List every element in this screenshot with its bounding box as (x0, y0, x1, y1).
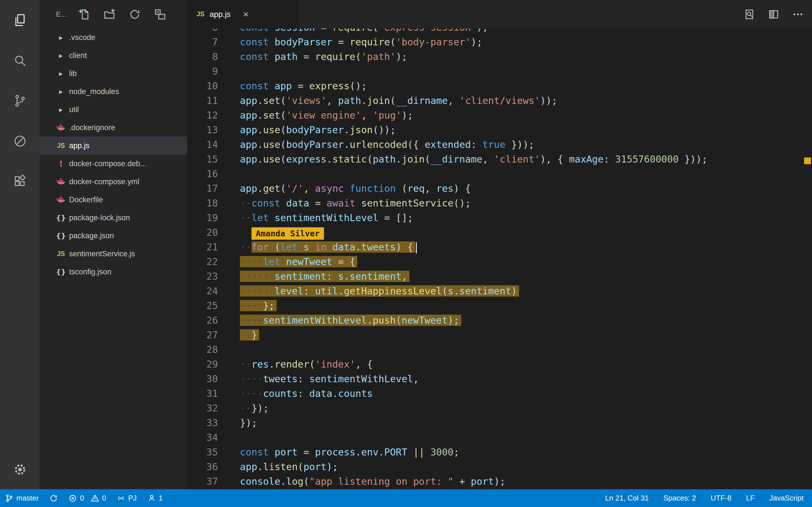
search-document-icon[interactable] (744, 9, 755, 20)
search-icon[interactable] (0, 40, 40, 80)
files-icon[interactable] (0, 0, 40, 40)
code-line[interactable]: 7const bodyParser = require('body-parser… (187, 35, 812, 49)
code-line[interactable]: 15app.use(express.static(path.join(__dir… (187, 152, 812, 166)
code-line[interactable]: 27··} (187, 328, 812, 342)
file-tree-item[interactable]: .dockerignore (40, 119, 187, 136)
file-tree-item[interactable]: {}package.json (40, 227, 187, 245)
code-line[interactable]: 25····}; (187, 298, 812, 313)
file-name: .dockerignore (69, 123, 115, 132)
file-name: util (69, 105, 79, 114)
sync-status[interactable] (49, 494, 58, 503)
file-tree-item[interactable]: ▸client (40, 47, 187, 64)
code-line[interactable]: 31····counts: data.counts (187, 386, 812, 401)
indentation-setting[interactable]: Spaces: 2 (663, 494, 696, 503)
code-line[interactable]: 17app.get('/', async function (req, res)… (187, 181, 812, 196)
eol-setting[interactable]: LF (746, 494, 755, 503)
file-name: docker-compose.deb... (69, 159, 147, 168)
code-line[interactable]: 36app.listen(port); (187, 459, 812, 474)
file-tree-item[interactable]: JSsentimentService.js (40, 245, 187, 263)
line-number: 26 (187, 313, 218, 328)
code-text: ····sentimentWithLevel.push(newTweet); (240, 313, 461, 328)
git-branch-status[interactable]: master (5, 494, 39, 503)
new-file-icon[interactable] (78, 8, 90, 20)
tab-app-js[interactable]: JS app.js × (187, 0, 299, 29)
cursor-position[interactable]: Ln 21, Col 31 (605, 494, 649, 503)
code-text: app.use(bodyParser.json()); (240, 122, 396, 137)
file-tree-item[interactable]: ▸lib (40, 64, 187, 82)
language-mode[interactable]: JavaScript (769, 494, 804, 503)
file-tree-item[interactable]: ▸util (40, 101, 187, 119)
problems-status[interactable]: 0 0 (68, 494, 106, 503)
chevron-icon: ▸ (54, 69, 67, 78)
code-line[interactable]: 32··}); (187, 401, 812, 415)
code-line[interactable]: 14app.use(bodyParser.urlencoded({ extend… (187, 137, 812, 152)
code-line[interactable]: 19··let sentimentWithLevel = []; (187, 210, 812, 225)
file-tree-item[interactable]: {}tsconfig.json (40, 263, 187, 281)
code-text: ··for (let s in data.tweets) { (240, 240, 417, 255)
code-line[interactable]: 8const path = require('path'); (187, 49, 812, 64)
line-number: 29 (187, 357, 218, 372)
line-number: 25 (187, 298, 218, 313)
close-icon[interactable]: × (243, 9, 249, 20)
live-share-session[interactable]: PJ (117, 494, 137, 503)
code-text: ····}; (240, 298, 276, 313)
session-name: PJ (128, 494, 137, 503)
code-line[interactable]: 10const app = express(); (187, 78, 812, 93)
participant-selection-highlight: ······level: util.getHappinessLevel(s.se… (240, 285, 519, 297)
code-line[interactable]: 34 (187, 430, 812, 445)
code-line[interactable]: 21··for (let s in data.tweets) { (187, 240, 812, 255)
new-folder-icon[interactable] (103, 8, 115, 20)
settings-gear-icon[interactable] (13, 462, 27, 476)
extensions-icon[interactable] (0, 161, 40, 202)
code-line[interactable]: 18··const data = await sentimentService(… (187, 196, 812, 210)
line-number: 30 (187, 372, 218, 386)
more-actions-icon[interactable] (792, 9, 804, 20)
encoding-setting[interactable]: UTF-8 (711, 494, 732, 503)
code-line[interactable]: 29··res.render('index', { (187, 357, 812, 372)
docker-icon (54, 124, 67, 131)
code-line[interactable]: 30····tweets: sentimentWithLevel, (187, 372, 812, 386)
code-text: app.use(express.static(path.join(__dirna… (240, 152, 707, 166)
code-line[interactable]: 20Amanda Silver (187, 225, 812, 240)
file-tree-item[interactable]: JSapp.js (40, 136, 187, 155)
code-line[interactable]: 28 (187, 342, 812, 357)
refresh-explorer-icon[interactable] (129, 8, 141, 20)
file-tree-item[interactable]: ▸node_modules (40, 82, 187, 101)
json-icon: {} (54, 214, 67, 222)
js-icon: JS (54, 250, 67, 258)
code-line[interactable]: 26····sentimentWithLevel.push(newTweet); (187, 313, 812, 328)
code-line[interactable]: 33}); (187, 415, 812, 430)
source-control-icon[interactable] (0, 80, 40, 121)
code-line[interactable]: 9 (187, 64, 812, 78)
split-editor-icon[interactable] (768, 9, 779, 20)
code-text: ····counts: data.counts (240, 386, 373, 401)
code-line[interactable]: 22····let newTweet = { (187, 255, 812, 269)
code-line[interactable]: 13app.use(bodyParser.json()); (187, 122, 812, 137)
participants-status[interactable]: 1 (147, 494, 163, 503)
overview-ruler-marker[interactable] (804, 158, 811, 164)
code-text: const bodyParser = require('body-parser'… (240, 35, 483, 49)
code-line[interactable]: 6const session = require('express-sessio… (187, 29, 812, 35)
line-number: 10 (187, 78, 218, 93)
code-line[interactable]: 24······level: util.getHappinessLevel(s.… (187, 284, 812, 298)
file-tree-item[interactable]: {}package-lock.json (40, 209, 187, 227)
file-tree-item[interactable]: docker-compose.yml (40, 173, 187, 191)
code-line[interactable]: 37console.log("app listening on port: " … (187, 474, 812, 489)
code-editor[interactable]: 6const session = require('express-sessio… (187, 29, 812, 489)
code-line[interactable]: 11app.set('views', path.join(__dirname, … (187, 93, 812, 108)
circle-slash-icon[interactable] (0, 121, 40, 161)
code-line[interactable]: 35const port = process.env.PORT || 3000; (187, 445, 812, 459)
file-tree-item[interactable]: Dockerfile (40, 191, 187, 209)
file-tree-item[interactable]: !docker-compose.deb... (40, 155, 187, 173)
code-line[interactable]: 23······sentiment: s.sentiment, (187, 269, 812, 284)
file-name: lib (69, 69, 77, 78)
file-tree-item[interactable]: ▸.vscode (40, 29, 187, 47)
activity-bar (0, 0, 40, 489)
explorer-header: E... (40, 0, 187, 29)
code-line[interactable]: 16 (187, 166, 812, 181)
collapse-folders-icon[interactable] (154, 8, 166, 20)
file-name: package-lock.json (69, 214, 130, 222)
code-text: ··res.render('index', { (240, 357, 373, 372)
code-line[interactable]: 12app.set('view engine', 'pug'); (187, 108, 812, 122)
line-number: 24 (187, 284, 218, 298)
